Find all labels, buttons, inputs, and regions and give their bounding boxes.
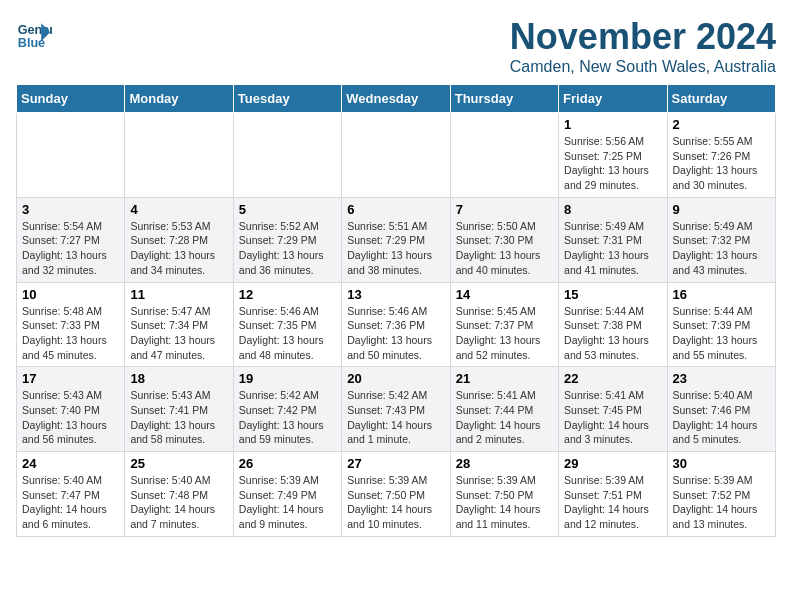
day-cell: 22Sunrise: 5:41 AM Sunset: 7:45 PM Dayli… — [559, 367, 667, 452]
location-title: Camden, New South Wales, Australia — [510, 58, 776, 76]
day-number: 7 — [456, 202, 553, 217]
weekday-header-thursday: Thursday — [450, 85, 558, 113]
day-detail: Sunrise: 5:44 AM Sunset: 7:38 PM Dayligh… — [564, 304, 661, 363]
day-number: 2 — [673, 117, 770, 132]
day-cell: 13Sunrise: 5:46 AM Sunset: 7:36 PM Dayli… — [342, 282, 450, 367]
day-number: 12 — [239, 287, 336, 302]
day-detail: Sunrise: 5:40 AM Sunset: 7:46 PM Dayligh… — [673, 388, 770, 447]
day-detail: Sunrise: 5:39 AM Sunset: 7:52 PM Dayligh… — [673, 473, 770, 532]
weekday-header-monday: Monday — [125, 85, 233, 113]
title-block: November 2024 Camden, New South Wales, A… — [510, 16, 776, 76]
day-number: 1 — [564, 117, 661, 132]
day-cell: 19Sunrise: 5:42 AM Sunset: 7:42 PM Dayli… — [233, 367, 341, 452]
day-detail: Sunrise: 5:43 AM Sunset: 7:41 PM Dayligh… — [130, 388, 227, 447]
day-detail: Sunrise: 5:49 AM Sunset: 7:32 PM Dayligh… — [673, 219, 770, 278]
day-cell: 24Sunrise: 5:40 AM Sunset: 7:47 PM Dayli… — [17, 452, 125, 537]
day-cell: 1Sunrise: 5:56 AM Sunset: 7:25 PM Daylig… — [559, 113, 667, 198]
day-number: 9 — [673, 202, 770, 217]
day-cell: 29Sunrise: 5:39 AM Sunset: 7:51 PM Dayli… — [559, 452, 667, 537]
day-number: 11 — [130, 287, 227, 302]
day-number: 15 — [564, 287, 661, 302]
day-cell: 23Sunrise: 5:40 AM Sunset: 7:46 PM Dayli… — [667, 367, 775, 452]
day-number: 16 — [673, 287, 770, 302]
day-cell: 9Sunrise: 5:49 AM Sunset: 7:32 PM Daylig… — [667, 197, 775, 282]
day-cell: 15Sunrise: 5:44 AM Sunset: 7:38 PM Dayli… — [559, 282, 667, 367]
day-number: 4 — [130, 202, 227, 217]
day-cell: 14Sunrise: 5:45 AM Sunset: 7:37 PM Dayli… — [450, 282, 558, 367]
calendar-table: SundayMondayTuesdayWednesdayThursdayFrid… — [16, 84, 776, 537]
day-number: 25 — [130, 456, 227, 471]
day-cell: 27Sunrise: 5:39 AM Sunset: 7:50 PM Dayli… — [342, 452, 450, 537]
day-cell: 21Sunrise: 5:41 AM Sunset: 7:44 PM Dayli… — [450, 367, 558, 452]
day-cell: 8Sunrise: 5:49 AM Sunset: 7:31 PM Daylig… — [559, 197, 667, 282]
week-row-2: 10Sunrise: 5:48 AM Sunset: 7:33 PM Dayli… — [17, 282, 776, 367]
week-row-4: 24Sunrise: 5:40 AM Sunset: 7:47 PM Dayli… — [17, 452, 776, 537]
day-cell — [17, 113, 125, 198]
page-header: General Blue November 2024 Camden, New S… — [16, 16, 776, 76]
day-number: 10 — [22, 287, 119, 302]
day-cell — [125, 113, 233, 198]
day-detail: Sunrise: 5:41 AM Sunset: 7:45 PM Dayligh… — [564, 388, 661, 447]
day-number: 8 — [564, 202, 661, 217]
day-cell: 7Sunrise: 5:50 AM Sunset: 7:30 PM Daylig… — [450, 197, 558, 282]
weekday-header-tuesday: Tuesday — [233, 85, 341, 113]
day-detail: Sunrise: 5:56 AM Sunset: 7:25 PM Dayligh… — [564, 134, 661, 193]
day-detail: Sunrise: 5:40 AM Sunset: 7:48 PM Dayligh… — [130, 473, 227, 532]
svg-text:Blue: Blue — [18, 36, 45, 50]
day-detail: Sunrise: 5:42 AM Sunset: 7:43 PM Dayligh… — [347, 388, 444, 447]
day-detail: Sunrise: 5:48 AM Sunset: 7:33 PM Dayligh… — [22, 304, 119, 363]
day-detail: Sunrise: 5:42 AM Sunset: 7:42 PM Dayligh… — [239, 388, 336, 447]
day-detail: Sunrise: 5:45 AM Sunset: 7:37 PM Dayligh… — [456, 304, 553, 363]
day-number: 5 — [239, 202, 336, 217]
week-row-0: 1Sunrise: 5:56 AM Sunset: 7:25 PM Daylig… — [17, 113, 776, 198]
day-detail: Sunrise: 5:55 AM Sunset: 7:26 PM Dayligh… — [673, 134, 770, 193]
month-title: November 2024 — [510, 16, 776, 58]
day-detail: Sunrise: 5:53 AM Sunset: 7:28 PM Dayligh… — [130, 219, 227, 278]
day-cell — [233, 113, 341, 198]
day-cell: 28Sunrise: 5:39 AM Sunset: 7:50 PM Dayli… — [450, 452, 558, 537]
day-detail: Sunrise: 5:41 AM Sunset: 7:44 PM Dayligh… — [456, 388, 553, 447]
day-detail: Sunrise: 5:43 AM Sunset: 7:40 PM Dayligh… — [22, 388, 119, 447]
logo: General Blue — [16, 16, 52, 52]
day-detail: Sunrise: 5:46 AM Sunset: 7:35 PM Dayligh… — [239, 304, 336, 363]
day-detail: Sunrise: 5:47 AM Sunset: 7:34 PM Dayligh… — [130, 304, 227, 363]
week-row-1: 3Sunrise: 5:54 AM Sunset: 7:27 PM Daylig… — [17, 197, 776, 282]
day-detail: Sunrise: 5:39 AM Sunset: 7:50 PM Dayligh… — [456, 473, 553, 532]
day-cell: 5Sunrise: 5:52 AM Sunset: 7:29 PM Daylig… — [233, 197, 341, 282]
day-cell: 10Sunrise: 5:48 AM Sunset: 7:33 PM Dayli… — [17, 282, 125, 367]
day-cell: 11Sunrise: 5:47 AM Sunset: 7:34 PM Dayli… — [125, 282, 233, 367]
day-cell: 20Sunrise: 5:42 AM Sunset: 7:43 PM Dayli… — [342, 367, 450, 452]
weekday-header-friday: Friday — [559, 85, 667, 113]
day-detail: Sunrise: 5:49 AM Sunset: 7:31 PM Dayligh… — [564, 219, 661, 278]
day-number: 29 — [564, 456, 661, 471]
day-number: 28 — [456, 456, 553, 471]
day-detail: Sunrise: 5:39 AM Sunset: 7:51 PM Dayligh… — [564, 473, 661, 532]
day-number: 26 — [239, 456, 336, 471]
day-number: 22 — [564, 371, 661, 386]
day-detail: Sunrise: 5:51 AM Sunset: 7:29 PM Dayligh… — [347, 219, 444, 278]
day-detail: Sunrise: 5:54 AM Sunset: 7:27 PM Dayligh… — [22, 219, 119, 278]
day-cell — [342, 113, 450, 198]
day-number: 24 — [22, 456, 119, 471]
day-number: 3 — [22, 202, 119, 217]
day-cell: 26Sunrise: 5:39 AM Sunset: 7:49 PM Dayli… — [233, 452, 341, 537]
day-cell: 17Sunrise: 5:43 AM Sunset: 7:40 PM Dayli… — [17, 367, 125, 452]
day-cell: 16Sunrise: 5:44 AM Sunset: 7:39 PM Dayli… — [667, 282, 775, 367]
weekday-header-wednesday: Wednesday — [342, 85, 450, 113]
week-row-3: 17Sunrise: 5:43 AM Sunset: 7:40 PM Dayli… — [17, 367, 776, 452]
day-number: 27 — [347, 456, 444, 471]
day-detail: Sunrise: 5:52 AM Sunset: 7:29 PM Dayligh… — [239, 219, 336, 278]
day-cell: 2Sunrise: 5:55 AM Sunset: 7:26 PM Daylig… — [667, 113, 775, 198]
day-number: 6 — [347, 202, 444, 217]
day-number: 19 — [239, 371, 336, 386]
day-cell: 6Sunrise: 5:51 AM Sunset: 7:29 PM Daylig… — [342, 197, 450, 282]
day-cell: 30Sunrise: 5:39 AM Sunset: 7:52 PM Dayli… — [667, 452, 775, 537]
day-cell: 4Sunrise: 5:53 AM Sunset: 7:28 PM Daylig… — [125, 197, 233, 282]
day-detail: Sunrise: 5:40 AM Sunset: 7:47 PM Dayligh… — [22, 473, 119, 532]
day-detail: Sunrise: 5:50 AM Sunset: 7:30 PM Dayligh… — [456, 219, 553, 278]
day-number: 20 — [347, 371, 444, 386]
day-cell: 3Sunrise: 5:54 AM Sunset: 7:27 PM Daylig… — [17, 197, 125, 282]
day-number: 30 — [673, 456, 770, 471]
day-detail: Sunrise: 5:39 AM Sunset: 7:50 PM Dayligh… — [347, 473, 444, 532]
day-number: 17 — [22, 371, 119, 386]
